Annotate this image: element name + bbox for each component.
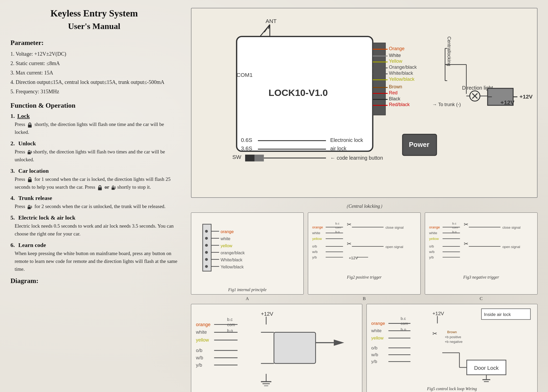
- svg-text:yellow: yellow: [429, 237, 439, 241]
- fig5-box: Inside air lock +12V orange white yellow…: [366, 304, 538, 392]
- svg-text:→ To trunk (-): → To trunk (-): [432, 102, 461, 107]
- fig3-svg: orange white yellow o/b w/b y/b b.c com …: [427, 215, 535, 273]
- svg-text:o/b: o/b: [429, 245, 434, 249]
- func-unlock-body: Press shortly, the direction lights will…: [10, 148, 178, 164]
- svg-point-83: [205, 237, 208, 240]
- func-item-unlock: 2. Unlock Press shortly, the direction l…: [10, 140, 178, 164]
- svg-point-82: [205, 230, 208, 233]
- svg-text:+12V: +12V: [500, 99, 515, 106]
- svg-text:orange: orange: [196, 322, 211, 327]
- func-learncode-body: When keep pressing the white button on m…: [10, 250, 178, 273]
- param-item-3: 3. Max current: 15A: [10, 69, 178, 77]
- svg-text:white: white: [429, 231, 437, 235]
- svg-rect-5: [28, 207, 31, 209]
- svg-text:✂: ✂: [464, 241, 468, 247]
- svg-text:orange: orange: [312, 225, 323, 229]
- svg-text:yellow: yellow: [312, 237, 322, 241]
- svg-text:Yellow: Yellow: [389, 59, 402, 64]
- remote-icon-trunk: [27, 204, 32, 210]
- svg-text:Power: Power: [409, 141, 429, 148]
- svg-text:white: white: [220, 236, 230, 241]
- func-lock-label: Lock: [17, 113, 30, 119]
- func-learncode-title: 6. Learn code: [10, 242, 178, 249]
- svg-text:Yellow/black: Yellow/black: [221, 264, 244, 269]
- svg-text:white: white: [371, 328, 381, 333]
- right-column: ANT LOCK10-V1.0 COM1 Orange White: [186, 8, 538, 392]
- svg-text:orange: orange: [429, 225, 440, 229]
- fig3-label: Fig3 negative trigger: [427, 275, 535, 280]
- svg-text:Orange: Orange: [389, 46, 405, 51]
- func-elock-body: Electric lock needs 0.5 seconds to work …: [10, 222, 178, 238]
- svg-text:+b negative: +b negative: [445, 340, 462, 344]
- svg-text:o/b: o/b: [196, 348, 202, 353]
- parameter-section: Parameter: 1. Voltage: +12V±2V(DC) 2. St…: [10, 39, 178, 95]
- svg-text:Red: Red: [389, 90, 398, 95]
- svg-text:Inside air lock: Inside air lock: [484, 312, 511, 317]
- sub-title: User's Manual: [10, 21, 178, 31]
- svg-text:w/b: w/b: [312, 250, 318, 254]
- svg-text:Black: Black: [389, 96, 400, 101]
- func-item-carloc: 3. Car location Press for 1 second when …: [10, 168, 178, 191]
- fig5-svg: Inside air lock +12V orange white yellow…: [369, 306, 535, 385]
- svg-text:white: white: [312, 231, 320, 235]
- fig2-label: Fig2 positive trigger: [310, 275, 418, 280]
- svg-text:yellow: yellow: [371, 336, 384, 341]
- fig3-box: orange white yellow o/b w/b y/b b.c com …: [425, 212, 538, 294]
- fig-letter-c: C: [425, 296, 538, 301]
- svg-text:✂: ✂: [432, 330, 437, 337]
- page: Keyless Entry System User's Manual Param…: [0, 0, 548, 392]
- lock-icon-3: [97, 185, 103, 191]
- function-title: Function & Operation: [10, 102, 178, 109]
- svg-text:b.c: b.c: [227, 317, 233, 321]
- func-item-elock: 5. Electric lock & air lock Electric loc…: [10, 214, 178, 238]
- svg-text:close signal: close signal: [502, 226, 521, 229]
- svg-rect-3: [98, 187, 102, 190]
- svg-rect-2: [28, 179, 32, 182]
- svg-text:Electronic lock: Electronic lock: [330, 137, 363, 143]
- main-diagram-svg: ANT LOCK10-V1.0 COM1 Orange White: [194, 11, 534, 194]
- fig5-label: Fig5 control lock loop Wiring: [369, 387, 535, 391]
- svg-text:y/b: y/b: [196, 362, 202, 367]
- diagram-title: Diagram:: [10, 277, 178, 285]
- svg-text:white: white: [196, 330, 207, 335]
- main-title: Keyless Entry System: [10, 8, 178, 19]
- fig4-svg: +12V orange white yellow o/b w/b y/b b.c…: [193, 306, 360, 389]
- svg-text:+12V: +12V: [349, 256, 358, 260]
- fig-row-2: +12V orange white yellow o/b w/b y/b b.c…: [191, 304, 538, 392]
- svg-rect-149: [274, 332, 315, 363]
- svg-text:+b positive: +b positive: [445, 335, 461, 339]
- svg-text:b.c: b.c: [452, 222, 456, 225]
- func-unlock-label: Unlock: [18, 140, 36, 147]
- svg-text:COM1: COM1: [237, 72, 253, 78]
- func-carloc-label: Car location: [18, 168, 49, 174]
- svg-rect-15: [373, 43, 386, 115]
- fig-letter-b: B: [308, 296, 421, 301]
- func-item-lock: 1. Lock Press shortly, the direction lig…: [10, 113, 178, 136]
- svg-rect-1: [28, 152, 31, 154]
- func-trunk-num: 4.: [10, 195, 15, 201]
- func-elock-label: Electric lock & air lock: [18, 214, 75, 221]
- svg-text:yellow: yellow: [196, 337, 209, 343]
- svg-point-85: [205, 251, 208, 254]
- svg-text:orange: orange: [221, 229, 234, 234]
- svg-text:White: White: [389, 53, 401, 58]
- svg-text:y/b: y/b: [312, 255, 317, 259]
- svg-text:orange: orange: [371, 321, 385, 326]
- lock-remote-icon: [27, 149, 32, 155]
- svg-text:✂: ✂: [347, 241, 352, 247]
- func-item-trunk: 4. Trunk release Press for 2 seconds whe…: [10, 195, 178, 210]
- func-unlock-title: 2. Unlock: [10, 140, 178, 147]
- func-item-learncode: 6. Learn code When keep pressing the whi…: [10, 242, 178, 273]
- parameter-title: Parameter:: [10, 39, 178, 47]
- func-lock-body: Press shortly, the direction lights will…: [10, 120, 178, 136]
- func-carloc-num: 3.: [10, 168, 15, 174]
- fig1-box: orange white yellow orange/black White/b…: [191, 212, 304, 294]
- svg-text:Door Lock: Door Lock: [474, 365, 499, 371]
- svg-text:close signal: close signal: [386, 226, 404, 229]
- svg-point-84: [205, 244, 208, 247]
- func-learncode-num: 6.: [10, 242, 15, 248]
- svg-text:o/b: o/b: [312, 245, 317, 249]
- svg-text:b.c: b.c: [335, 222, 340, 225]
- svg-text:0.6S: 0.6S: [241, 137, 252, 143]
- svg-text:Brown: Brown: [389, 84, 402, 89]
